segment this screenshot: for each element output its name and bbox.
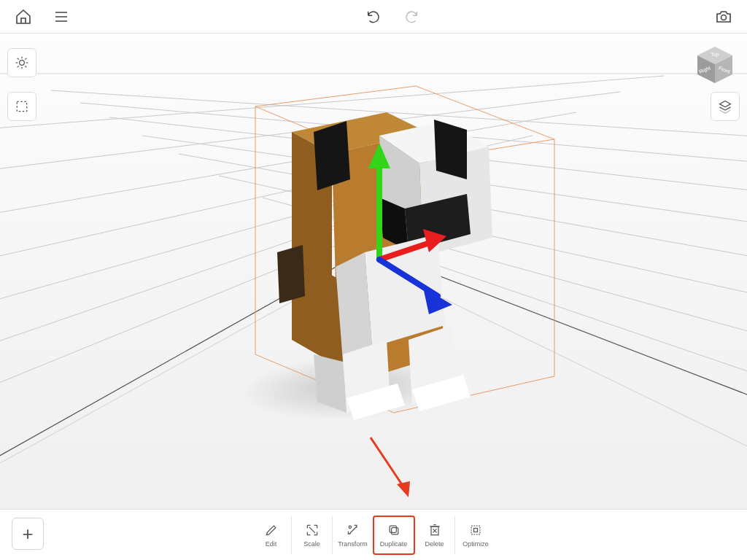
- undo-button[interactable]: [363, 7, 384, 27]
- lighting-button[interactable]: [7, 48, 36, 77]
- tool-optimize[interactable]: Optimize: [455, 516, 496, 554]
- bounding-select-button[interactable]: [7, 92, 36, 121]
- svg-line-10: [0, 76, 664, 139]
- svg-line-6: [0, 161, 489, 340]
- svg-point-52: [20, 61, 25, 66]
- add-object-button[interactable]: +: [12, 518, 44, 550]
- plus-icon: +: [22, 523, 33, 545]
- svg-line-60: [25, 58, 26, 60]
- tool-duplicate[interactable]: Duplicate: [374, 516, 414, 554]
- svg-line-58: [25, 66, 26, 67]
- svg-rect-61: [17, 101, 26, 111]
- home-button[interactable]: [13, 7, 34, 27]
- screenshot-button[interactable]: [713, 7, 734, 27]
- svg-rect-76: [474, 528, 478, 532]
- tool-row: Edit Scale Transform Duplicate Delete Op…: [251, 516, 496, 554]
- bottom-toolbar: + Edit Scale Transform Duplicate Delete …: [0, 509, 747, 560]
- view-cube[interactable]: Top Right Front: [693, 42, 737, 86]
- svg-line-69: [371, 438, 406, 490]
- top-toolbar: [0, 0, 747, 34]
- svg-line-18: [51, 90, 747, 147]
- svg-marker-62: [720, 101, 731, 107]
- svg-text:Top: Top: [711, 52, 719, 58]
- svg-rect-72: [391, 527, 398, 534]
- svg-point-0: [721, 15, 727, 20]
- tool-scale[interactable]: Scale: [292, 516, 333, 554]
- svg-line-59: [18, 66, 19, 67]
- svg-rect-73: [390, 526, 396, 532]
- svg-line-16: [109, 117, 747, 209]
- svg-line-8: [0, 112, 576, 238]
- svg-line-57: [18, 58, 19, 60]
- tool-edit[interactable]: Edit: [251, 516, 292, 554]
- svg-rect-75: [471, 526, 480, 534]
- svg-line-9: [0, 92, 620, 187]
- svg-line-13: [219, 176, 747, 329]
- svg-line-15: [142, 136, 747, 245]
- tool-transform[interactable]: Transform: [333, 516, 374, 554]
- svg-marker-70: [397, 481, 410, 497]
- redo-button[interactable]: [401, 7, 422, 27]
- menu-button[interactable]: [51, 7, 71, 27]
- tutorial-arrow: [363, 432, 422, 505]
- tool-delete[interactable]: Delete: [414, 516, 455, 554]
- svg-line-20: [409, 281, 747, 509]
- svg-line-12: [263, 198, 747, 376]
- svg-line-14: [179, 154, 747, 285]
- svg-point-71: [349, 526, 351, 528]
- model-shadow: [222, 354, 479, 420]
- layers-button[interactable]: [711, 92, 740, 121]
